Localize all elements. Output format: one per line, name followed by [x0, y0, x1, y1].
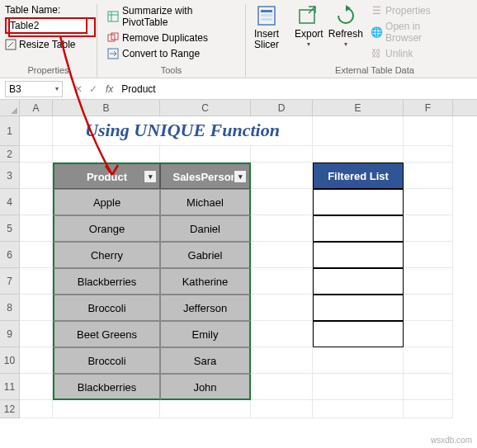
cell[interactable]: [404, 374, 453, 400]
ext-properties-button[interactable]: ☰ Properties: [369, 4, 454, 17]
cell[interactable]: [313, 374, 404, 400]
cell[interactable]: [20, 321, 53, 347]
cell[interactable]: [404, 215, 453, 242]
cell[interactable]: [20, 189, 53, 215]
cell[interactable]: [160, 146, 251, 163]
cell[interactable]: [404, 268, 453, 295]
filtered-list-cell[interactable]: [313, 242, 404, 268]
cell[interactable]: [251, 242, 313, 268]
filter-dropdown-icon[interactable]: ▾: [144, 170, 157, 183]
resize-table-button[interactable]: Resize Table: [5, 39, 75, 50]
filtered-list-cell[interactable]: [313, 268, 404, 295]
table-cell[interactable]: Broccoli: [53, 295, 160, 321]
cell[interactable]: [404, 146, 453, 163]
row-header[interactable]: 5: [0, 215, 20, 242]
unlink-button[interactable]: ⛓ Unlink: [369, 47, 454, 60]
title-cell[interactable]: Using UNIQUE Function: [53, 116, 313, 146]
table-cell[interactable]: Jefferson: [160, 295, 251, 321]
worksheet-grid[interactable]: A B C D E F 1 Using UNIQUE Function 2 3: [0, 100, 477, 418]
col-header[interactable]: C: [160, 100, 251, 116]
cell[interactable]: [20, 163, 53, 189]
col-header[interactable]: A: [20, 100, 53, 116]
cell[interactable]: [251, 400, 313, 418]
col-header[interactable]: B: [53, 100, 160, 116]
col-header[interactable]: D: [251, 100, 313, 116]
row-header[interactable]: 2: [0, 146, 20, 163]
cell[interactable]: [404, 295, 453, 321]
row-header[interactable]: 7: [0, 268, 20, 295]
convert-range-button[interactable]: Convert to Range: [106, 47, 237, 60]
filtered-list-cell[interactable]: [313, 321, 404, 347]
formula-input[interactable]: [118, 81, 477, 97]
col-header[interactable]: E: [313, 100, 404, 116]
cell[interactable]: [404, 242, 453, 268]
table-cell[interactable]: Sara: [160, 347, 251, 374]
cell[interactable]: [313, 400, 404, 418]
cell[interactable]: [404, 116, 453, 146]
cell[interactable]: [20, 242, 53, 268]
table-name-input[interactable]: [5, 17, 87, 34]
row-header[interactable]: 1: [0, 116, 20, 146]
cell[interactable]: [251, 189, 313, 215]
cell[interactable]: [404, 163, 453, 189]
cell[interactable]: [160, 400, 251, 418]
confirm-icon[interactable]: ✓: [89, 83, 97, 95]
table-cell[interactable]: Katherine: [160, 268, 251, 295]
fx-icon[interactable]: fx: [106, 83, 118, 95]
refresh-button[interactable]: Refresh ▾: [328, 4, 364, 60]
cell[interactable]: [20, 295, 53, 321]
export-button[interactable]: Export ▾: [292, 4, 326, 60]
cell[interactable]: [53, 400, 160, 418]
cell[interactable]: [251, 163, 313, 189]
table-cell[interactable]: Blackberries: [53, 268, 160, 295]
filtered-list-header[interactable]: Filtered List: [313, 163, 404, 189]
table-cell[interactable]: John: [160, 374, 251, 400]
cell[interactable]: [251, 215, 313, 242]
row-header[interactable]: 9: [0, 321, 20, 347]
open-browser-button[interactable]: 🌐 Open in Browser: [369, 20, 454, 45]
row-header[interactable]: 12: [0, 400, 20, 418]
select-all-corner[interactable]: [0, 100, 20, 116]
cell[interactable]: [53, 146, 160, 163]
filtered-list-cell[interactable]: [313, 189, 404, 215]
insert-slicer-button[interactable]: Insert Slicer: [247, 4, 286, 50]
table-cell[interactable]: Gabriel: [160, 242, 251, 268]
table-cell[interactable]: Emily: [160, 321, 251, 347]
table-header-salesperson[interactable]: SalesPerson ▾: [160, 163, 251, 189]
cell[interactable]: [313, 116, 404, 146]
name-box[interactable]: B3 ▾: [5, 81, 63, 97]
table-cell[interactable]: Blackberries: [53, 374, 160, 400]
row-header[interactable]: 10: [0, 347, 20, 374]
table-cell[interactable]: Orange: [53, 215, 160, 242]
cell[interactable]: [251, 146, 313, 163]
cell[interactable]: [404, 321, 453, 347]
table-header-product[interactable]: Product ▾: [53, 163, 160, 189]
row-header[interactable]: 3: [0, 163, 20, 189]
table-cell[interactable]: Beet Greens: [53, 321, 160, 347]
cell[interactable]: [404, 347, 453, 374]
table-cell[interactable]: Cherry: [53, 242, 160, 268]
cell[interactable]: [251, 268, 313, 295]
cell[interactable]: [404, 189, 453, 215]
cell[interactable]: [313, 146, 404, 163]
table-cell[interactable]: Daniel: [160, 215, 251, 242]
cancel-icon[interactable]: ✕: [74, 83, 83, 95]
row-header[interactable]: 8: [0, 295, 20, 321]
table-cell[interactable]: Michael: [160, 189, 251, 215]
cell[interactable]: [20, 268, 53, 295]
cell[interactable]: [20, 400, 53, 418]
remove-duplicates-button[interactable]: Remove Duplicates: [106, 31, 237, 45]
cell[interactable]: [20, 215, 53, 242]
cell[interactable]: [251, 295, 313, 321]
cell[interactable]: [20, 347, 53, 374]
cell[interactable]: [251, 321, 313, 347]
row-header[interactable]: 6: [0, 242, 20, 268]
cell[interactable]: [20, 116, 53, 146]
row-header[interactable]: 11: [0, 374, 20, 400]
cell[interactable]: [20, 146, 53, 163]
table-cell[interactable]: Apple: [53, 189, 160, 215]
filtered-list-cell[interactable]: [313, 295, 404, 321]
table-cell[interactable]: Broccoli: [53, 347, 160, 374]
cell[interactable]: [404, 400, 453, 418]
filter-dropdown-icon[interactable]: ▾: [234, 170, 247, 183]
